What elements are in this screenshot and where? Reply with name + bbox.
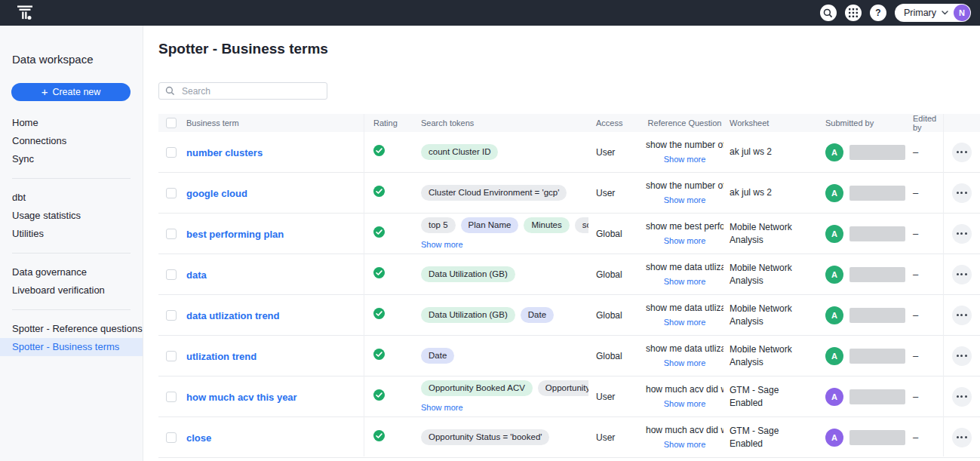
help-icon: ? xyxy=(875,8,880,18)
row-checkbox[interactable] xyxy=(166,229,177,239)
search-tokens: Data Utilization (GB)Date xyxy=(421,307,588,323)
help-button[interactable]: ? xyxy=(870,5,886,21)
search-input[interactable] xyxy=(180,85,321,97)
question-show-more-link[interactable]: Show more xyxy=(664,440,706,449)
business-terms-table: Business term Rating Search tokens Acces… xyxy=(158,114,980,458)
business-term-link[interactable]: close xyxy=(186,432,211,444)
ellipsis-icon xyxy=(957,355,967,357)
search-token: Date xyxy=(421,348,454,364)
row-checkbox[interactable] xyxy=(166,147,177,158)
redacted-name xyxy=(849,389,905,404)
more-actions-button[interactable] xyxy=(952,265,972,284)
select-all-checkbox[interactable] xyxy=(166,118,177,128)
redacted-name xyxy=(849,145,905,160)
search-icon xyxy=(823,8,833,18)
question-show-more-link[interactable]: Show more xyxy=(664,318,706,327)
row-checkbox[interactable] xyxy=(166,188,177,198)
sidebar-item-dbt[interactable]: dbt xyxy=(0,189,143,207)
business-term-link[interactable]: utlization trend xyxy=(186,351,257,362)
column-header-edited-by: Edited by xyxy=(913,114,943,132)
column-header-rating: Rating xyxy=(364,118,411,128)
business-term-link[interactable]: how much acv this year xyxy=(186,392,297,403)
edited-by-value: – xyxy=(913,432,918,443)
tokens-show-more-link[interactable]: Show more xyxy=(421,240,463,249)
business-term-link[interactable]: google cloud xyxy=(186,188,247,199)
reference-question-text: show the number of c xyxy=(646,140,723,150)
worksheet-name: Mobile Network Analysis xyxy=(730,263,792,285)
more-actions-button[interactable] xyxy=(952,428,972,447)
question-show-more-link[interactable]: Show more xyxy=(664,277,706,286)
question-show-more-link[interactable]: Show more xyxy=(664,195,706,204)
question-show-more-link[interactable]: Show more xyxy=(664,236,706,245)
search-tokens: Opportunity Status = 'booked' xyxy=(421,429,588,445)
sidebar-item-sync[interactable]: Sync xyxy=(0,150,143,168)
sidebar-item-spotter-reference-questions[interactable]: Spotter - Reference questions xyxy=(0,320,143,338)
sidebar: Data workspace + Create new HomeConnecti… xyxy=(0,26,143,461)
more-actions-button[interactable] xyxy=(952,387,972,407)
question-show-more-link[interactable]: Show more xyxy=(664,399,706,408)
sidebar-item-connections[interactable]: Connections xyxy=(0,132,143,150)
tokens-show-more-link[interactable]: Show more xyxy=(421,403,463,412)
row-checkbox[interactable] xyxy=(166,432,177,443)
redacted-name xyxy=(849,308,905,323)
ellipsis-icon xyxy=(957,273,967,275)
row-checkbox[interactable] xyxy=(166,392,177,402)
more-actions-button[interactable] xyxy=(952,143,972,162)
apps-button[interactable] xyxy=(845,5,862,21)
edited-by-value: – xyxy=(913,187,918,198)
ellipsis-icon xyxy=(957,395,967,398)
create-new-label: Create new xyxy=(52,87,100,97)
search-token: count Cluster ID xyxy=(421,144,498,160)
edited-by-value: – xyxy=(913,309,918,321)
question-show-more-link[interactable]: Show more xyxy=(664,358,706,367)
ellipsis-icon xyxy=(957,436,967,438)
sidebar-item-home[interactable]: Home xyxy=(0,114,143,132)
row-checkbox[interactable] xyxy=(166,351,177,361)
sidebar-item-usage-statistics[interactable]: Usage statistics xyxy=(0,207,143,225)
row-checkbox[interactable] xyxy=(166,269,177,280)
create-new-button[interactable]: + Create new xyxy=(11,83,131,101)
apps-grid-icon xyxy=(849,8,858,17)
ellipsis-icon xyxy=(957,151,967,153)
sidebar-item-liveboard-verification[interactable]: Liveboard verification xyxy=(0,281,143,300)
access-value: User xyxy=(596,392,615,402)
column-header-access: Access xyxy=(588,118,640,128)
column-header-business-term: Business term xyxy=(186,118,364,128)
org-switcher[interactable]: Primary N xyxy=(895,4,971,22)
page-title: Spotter - Business terms xyxy=(143,26,980,57)
more-actions-button[interactable] xyxy=(952,224,972,244)
ellipsis-icon xyxy=(957,192,967,194)
reference-question-text: show me best perfor xyxy=(646,221,723,232)
ellipsis-icon xyxy=(957,314,967,316)
question-show-more-link[interactable]: Show more xyxy=(664,155,706,164)
access-value: Global xyxy=(596,310,622,321)
search-tokens: Date xyxy=(421,348,588,364)
row-checkbox[interactable] xyxy=(166,310,177,321)
worksheet-name: ak jul ws 2 xyxy=(730,146,772,157)
search-token: Date xyxy=(521,307,554,323)
reference-question-text: how much acv did w xyxy=(646,384,723,395)
user-avatar[interactable]: N xyxy=(954,5,970,21)
table-row: best performing plan top 5Plan NameMinut… xyxy=(158,214,980,254)
business-term-link[interactable]: best performing plan xyxy=(186,229,284,240)
verified-icon xyxy=(373,389,385,401)
sidebar-item-utilities[interactable]: Utilities xyxy=(0,225,143,243)
topbar-actions: ? Primary N xyxy=(820,4,971,22)
sidebar-item-spotter-business-terms[interactable]: Spotter - Business terms xyxy=(0,338,143,356)
submitted-by-avatar: A xyxy=(825,429,843,447)
edited-by-value: – xyxy=(913,146,918,158)
verified-icon xyxy=(373,349,385,360)
business-term-link[interactable]: number clusters xyxy=(186,147,263,158)
more-actions-button[interactable] xyxy=(952,306,972,325)
topbar: ? Primary N xyxy=(0,0,980,26)
more-actions-button[interactable] xyxy=(952,183,972,203)
business-term-link[interactable]: data utlization trend xyxy=(186,310,280,321)
business-term-link[interactable]: data xyxy=(186,269,207,281)
sidebar-item-data-governance[interactable]: Data governance xyxy=(0,263,143,281)
thoughtspot-logo-icon[interactable] xyxy=(15,3,35,23)
table-header: Business term Rating Search tokens Acces… xyxy=(158,114,980,132)
search-button[interactable] xyxy=(820,5,837,21)
more-actions-button[interactable] xyxy=(952,346,972,366)
search-token: Opportunity Status = 'booked' xyxy=(421,429,549,445)
table-row: close Opportunity Status = 'booked' User… xyxy=(158,417,980,458)
